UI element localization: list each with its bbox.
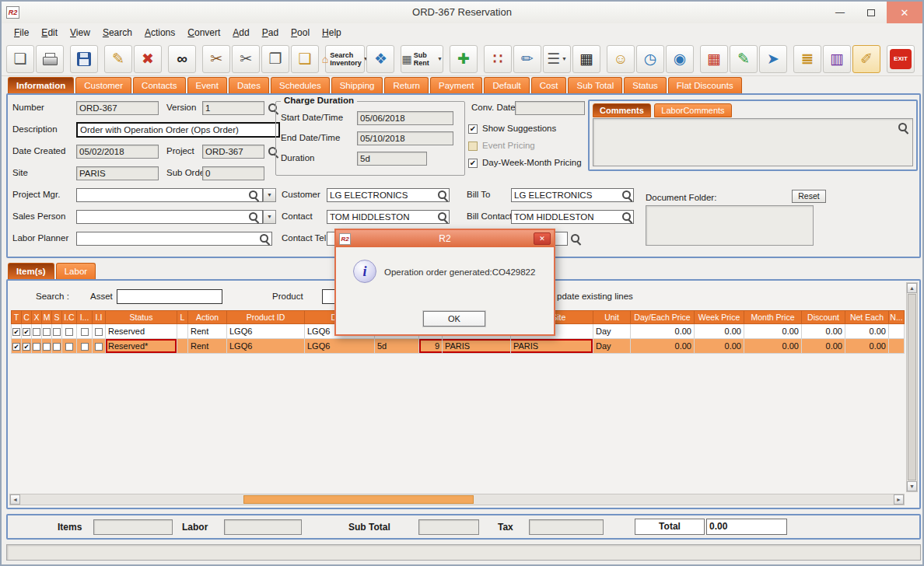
print-labels-button[interactable]: ▦ — [572, 45, 600, 73]
document-folder-box[interactable] — [646, 205, 814, 246]
row-checkbox[interactable]: ✔ — [23, 343, 30, 351]
day-week-month-checkbox[interactable]: ✔ — [468, 159, 478, 168]
conv-date-field[interactable] — [515, 101, 585, 115]
cell-qty[interactable]: 9 — [419, 339, 443, 354]
add-button[interactable]: ✚ — [450, 45, 478, 73]
column-header-action[interactable]: Action — [188, 311, 227, 324]
boxes-button[interactable]: ▥ — [823, 45, 851, 73]
duration-field[interactable]: 5d — [357, 152, 427, 166]
cell-net-each[interactable]: 0.00 — [845, 324, 889, 339]
row-checkbox[interactable] — [33, 328, 40, 336]
cut-button[interactable]: ✂ — [232, 45, 260, 73]
horizontal-scroll-thumb[interactable] — [243, 495, 474, 504]
cell-discount[interactable]: 0.00 — [802, 339, 845, 354]
dialog-title-bar[interactable]: R2 R2 ✕ — [336, 230, 554, 247]
magnifier-icon[interactable] — [436, 189, 449, 201]
wand-button[interactable]: ✐ — [852, 45, 880, 73]
tab-payment[interactable]: Payment — [430, 77, 482, 93]
column-header[interactable]: X — [32, 311, 42, 324]
magnifier-icon[interactable] — [247, 211, 260, 223]
description-field[interactable]: Order with Operation Order (Ops Order) — [76, 122, 280, 138]
magnifier-icon[interactable] — [621, 211, 633, 223]
scroll-up-button[interactable]: ▲ — [907, 283, 917, 293]
transfer-button[interactable]: ➤ — [759, 45, 787, 73]
tab-default[interactable]: Default — [484, 77, 529, 93]
row-checkbox[interactable] — [53, 328, 61, 336]
column-header-discount[interactable]: Discount — [802, 311, 845, 324]
sales-person-field[interactable] — [76, 210, 263, 224]
menu-actions[interactable]: Actions — [138, 25, 181, 40]
scroll-left-button[interactable]: ◄ — [10, 494, 20, 505]
column-header[interactable]: I.C — [62, 311, 77, 324]
project-mgr-field[interactable] — [76, 188, 263, 202]
vertical-scroll-thumb[interactable] — [908, 294, 916, 480]
tab-comments[interactable]: Comments — [593, 103, 651, 117]
pad-button[interactable]: ☰ ▼ — [543, 45, 571, 73]
row-checkbox[interactable] — [81, 343, 89, 351]
row-checkbox[interactable] — [53, 343, 61, 351]
new-document-button[interactable]: ❏ — [6, 45, 34, 73]
tab-status[interactable]: Status — [624, 77, 667, 93]
column-header-month-price[interactable]: Month Price — [744, 311, 802, 324]
contact-field[interactable]: TOM HIDDLESTON — [327, 210, 450, 224]
tab-schedules[interactable]: Schedules — [271, 77, 330, 93]
row-checkbox[interactable] — [81, 328, 89, 336]
start-date-field[interactable]: 05/06/2018 — [357, 111, 453, 125]
cell-status[interactable]: Reserved — [106, 324, 177, 339]
tab-labor-comments[interactable]: LaborComments — [654, 103, 731, 117]
column-header[interactable]: M — [42, 311, 52, 324]
tab-labor[interactable]: Labor — [56, 263, 96, 279]
notes-button[interactable]: ✎ — [730, 45, 758, 73]
bill-contact-field[interactable]: TOM HIDDLESTON — [511, 210, 634, 224]
magnifier-icon[interactable] — [436, 211, 449, 223]
cell-description[interactable]: LGQ6 — [305, 339, 375, 354]
history-button[interactable]: ◷ — [636, 45, 664, 73]
magnifier-icon[interactable] — [897, 121, 909, 134]
total-button[interactable]: Total — [635, 519, 705, 535]
cell-week-price[interactable]: 0.00 — [695, 339, 744, 354]
bill-to-field[interactable]: LG ELECTRONICS — [511, 188, 634, 202]
row-checkbox[interactable] — [95, 328, 103, 336]
edit-note-button[interactable]: ✏ — [513, 45, 541, 73]
tab-flat-discounts[interactable]: Flat Discounts — [668, 77, 742, 93]
close-button[interactable]: ✕ — [887, 2, 922, 23]
filter-button[interactable]: ❖ — [366, 45, 394, 73]
project-field[interactable]: ORD-367 — [202, 145, 264, 159]
menu-search[interactable]: Search — [96, 25, 138, 40]
menu-convert[interactable]: Convert — [181, 25, 226, 40]
row-checkbox[interactable] — [43, 328, 51, 336]
cell-n[interactable] — [889, 324, 905, 339]
column-header-status[interactable]: Status — [106, 311, 177, 324]
row-checkbox[interactable]: ✔ — [12, 343, 20, 351]
column-header[interactable]: I.I — [93, 311, 106, 324]
menu-pool[interactable]: Pool — [285, 25, 316, 40]
end-date-field[interactable]: 05/10/2018 — [357, 131, 453, 145]
paste-button[interactable]: ❑ — [291, 45, 319, 73]
number-field[interactable]: ORD-367 — [76, 101, 159, 115]
ok-button[interactable]: OK — [423, 311, 485, 327]
magnifier-icon[interactable] — [569, 232, 582, 245]
delete-button[interactable]: ✖ — [134, 45, 162, 73]
site-field[interactable]: PARIS — [76, 166, 159, 180]
cell-product-id[interactable]: LGQ6 — [227, 324, 305, 339]
column-header[interactable]: I... — [77, 311, 93, 324]
project-mgr-dropdown[interactable]: ▼ — [263, 188, 276, 202]
cut-to-document-button[interactable]: ✂ — [202, 45, 230, 73]
cell-unit[interactable]: Day — [593, 339, 631, 354]
tab-sub-total[interactable]: Sub Total — [568, 77, 622, 93]
cell-action[interactable]: Rent — [188, 339, 227, 354]
minimize-button[interactable]: — — [824, 2, 856, 23]
find-button[interactable]: ∞ — [168, 45, 196, 73]
tab-shipping[interactable]: Shipping — [331, 77, 383, 93]
row-checkbox[interactable]: ✔ — [12, 328, 20, 336]
dialog-close-button[interactable]: ✕ — [534, 232, 551, 245]
asset-search-input[interactable] — [117, 289, 222, 304]
cell-shipping-site[interactable]: PARIS — [511, 339, 593, 354]
cell-net-each[interactable]: 0.00 — [845, 339, 889, 354]
cell-duration[interactable]: 5d — [375, 339, 419, 354]
sales-person-dropdown[interactable]: ▼ — [263, 210, 276, 224]
cell-unit[interactable]: Day — [593, 324, 631, 339]
tab-event[interactable]: Event — [187, 77, 227, 93]
smiley-button[interactable]: ☺ — [607, 45, 635, 73]
menu-view[interactable]: View — [64, 25, 96, 40]
